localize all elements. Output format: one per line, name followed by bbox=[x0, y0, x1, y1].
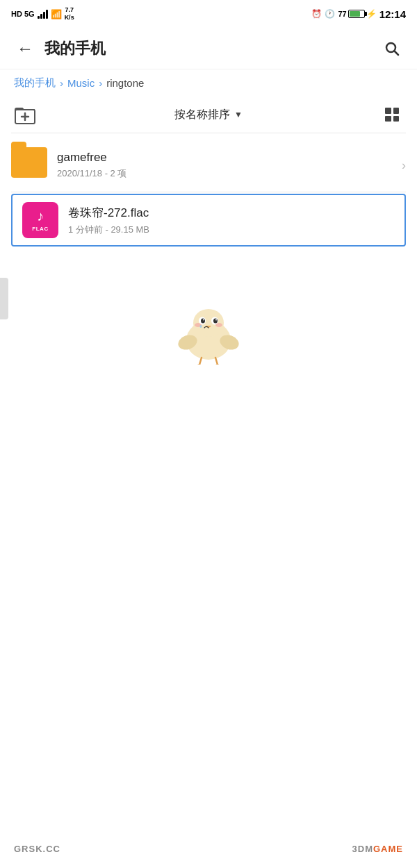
grid-icon bbox=[385, 108, 399, 122]
signal-bar-2 bbox=[40, 14, 42, 19]
file-meta: 2020/11/18 - 2 项 bbox=[57, 167, 402, 180]
watermark-right: 3DMGAME bbox=[352, 844, 403, 854]
watermark-game: GAME bbox=[373, 844, 403, 854]
svg-point-12 bbox=[215, 319, 217, 321]
svg-point-11 bbox=[213, 319, 218, 324]
back-icon: ← bbox=[17, 39, 33, 58]
file-info: gamefree 2020/11/18 - 2 项 bbox=[57, 151, 402, 180]
search-icon bbox=[384, 40, 400, 57]
folder-icon bbox=[11, 147, 47, 178]
sort-arrow-icon: ▼ bbox=[234, 110, 243, 119]
breadcrumb-sep-2: › bbox=[99, 77, 102, 89]
search-button[interactable] bbox=[378, 35, 406, 62]
watermarks: GRSK.CC 3DMGAME bbox=[0, 844, 417, 854]
page-title: 我的手机 bbox=[44, 38, 378, 59]
svg-line-21 bbox=[215, 358, 218, 365]
app-bar: ← 我的手机 bbox=[0, 28, 417, 69]
sort-label: 按名称排序 bbox=[174, 108, 230, 122]
signal-bars bbox=[38, 9, 48, 19]
signal-bar-3 bbox=[43, 12, 45, 19]
signal-bar-4 bbox=[46, 10, 48, 19]
file-info: 卷珠帘-272.flac 1 分钟前 - 29.15 MB bbox=[68, 205, 395, 236]
battery-indicator: 77 ⚡ bbox=[338, 9, 376, 19]
status-left: HD 5G 📶 7.7 K/s bbox=[11, 6, 74, 22]
toolbar: 按名称排序 ▼ bbox=[0, 97, 417, 133]
speed-display: 7.7 K/s bbox=[65, 6, 74, 22]
svg-point-9 bbox=[203, 319, 204, 321]
mascot-image bbox=[170, 295, 247, 365]
battery-level-text: 77 bbox=[338, 10, 346, 18]
back-button[interactable]: ← bbox=[11, 35, 39, 62]
file-name: gamefree bbox=[57, 151, 402, 165]
battery-icon bbox=[348, 10, 365, 18]
status-bar: HD 5G 📶 7.7 K/s ⏰ 🕐 77 ⚡ 12:14 bbox=[0, 0, 417, 28]
grid-cell-3 bbox=[385, 116, 391, 122]
file-meta: 1 分钟前 - 29.15 MB bbox=[68, 224, 395, 236]
breadcrumb-current: ringtone bbox=[106, 77, 144, 89]
music-note-icon: ♪ bbox=[37, 208, 44, 224]
svg-line-17 bbox=[199, 358, 202, 365]
add-folder-button[interactable] bbox=[11, 101, 39, 128]
chevron-right-icon: › bbox=[402, 158, 406, 173]
left-edge-handle bbox=[0, 278, 8, 319]
svg-point-25 bbox=[200, 325, 202, 328]
wifi-icon: 📶 bbox=[51, 9, 62, 19]
flac-icon-container: ♪ FLAC bbox=[22, 202, 58, 238]
battery-fill bbox=[350, 11, 360, 17]
watermark-3dm: 3DM bbox=[352, 844, 373, 854]
clock-icon: 🕐 bbox=[325, 9, 335, 19]
status-right: ⏰ 🕐 77 ⚡ 12:14 bbox=[311, 8, 406, 20]
time-display: 12:14 bbox=[379, 8, 406, 20]
svg-point-8 bbox=[201, 319, 205, 324]
file-name: 卷珠帘-272.flac bbox=[68, 205, 395, 221]
grid-view-button[interactable] bbox=[378, 101, 406, 128]
watermark-left: GRSK.CC bbox=[14, 844, 60, 854]
breadcrumb: 我的手机 › Music › ringtone bbox=[0, 69, 417, 97]
mascot-area bbox=[0, 253, 417, 406]
svg-point-14 bbox=[215, 323, 222, 327]
list-divider bbox=[11, 192, 406, 192]
folder-icon-container bbox=[11, 147, 47, 183]
add-folder-icon bbox=[14, 103, 36, 126]
alarm-icon: ⏰ bbox=[311, 9, 322, 19]
charging-icon: ⚡ bbox=[366, 9, 377, 19]
signal-bar-1 bbox=[38, 16, 40, 19]
breadcrumb-sep-1: › bbox=[60, 77, 63, 89]
grid-cell-1 bbox=[385, 108, 391, 114]
list-item[interactable]: gamefree 2020/11/18 - 2 项 › bbox=[0, 139, 417, 192]
svg-point-6 bbox=[193, 309, 224, 337]
sort-button[interactable]: 按名称排序 ▼ bbox=[47, 108, 370, 122]
flac-icon: ♪ FLAC bbox=[22, 202, 58, 238]
grid-cell-4 bbox=[393, 116, 400, 122]
file-list: gamefree 2020/11/18 - 2 项 › ♪ FLAC 卷珠帘-2… bbox=[0, 133, 417, 253]
flac-label: FLAC bbox=[32, 226, 48, 232]
breadcrumb-music[interactable]: Music bbox=[67, 77, 95, 89]
breadcrumb-home[interactable]: 我的手机 bbox=[14, 76, 56, 90]
list-item[interactable]: ♪ FLAC 卷珠帘-272.flac 1 分钟前 - 29.15 MB bbox=[11, 194, 406, 247]
network-label: HD 5G bbox=[11, 10, 35, 18]
svg-line-1 bbox=[395, 51, 399, 55]
grid-cell-2 bbox=[393, 108, 400, 114]
